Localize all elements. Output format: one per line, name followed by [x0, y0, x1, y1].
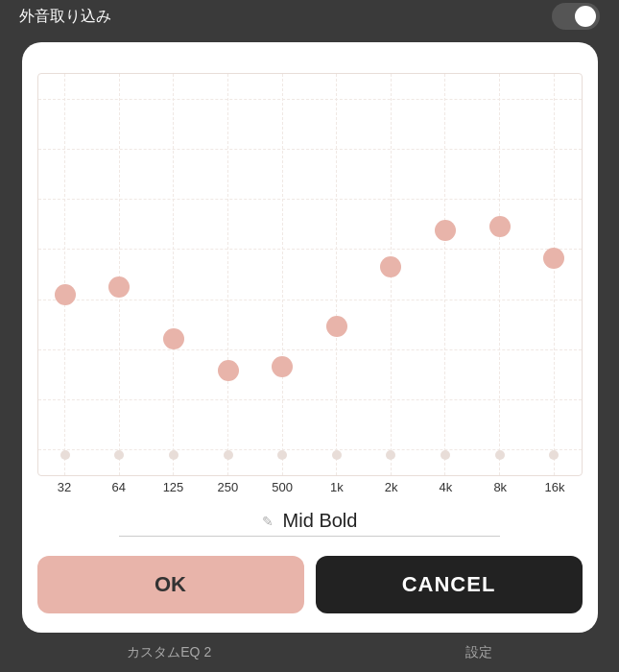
- grid-col: [227, 74, 228, 475]
- eq-bottom-dot: [114, 450, 124, 460]
- ambient-sound-toggle[interactable]: [552, 3, 600, 30]
- preset-name-text: Mid Bold: [283, 510, 358, 532]
- cancel-button[interactable]: CANCEL: [316, 556, 583, 613]
- grid-col: [173, 74, 174, 475]
- grid-col: [119, 74, 120, 475]
- chart-area[interactable]: [37, 73, 583, 476]
- grid-col: [64, 74, 65, 475]
- eq-dot[interactable]: [108, 276, 130, 298]
- freq-label: 4k: [426, 480, 464, 494]
- eq-bottom-dot: [60, 450, 70, 460]
- freq-label: 2k: [372, 480, 411, 494]
- eq-dot[interactable]: [163, 328, 184, 349]
- ok-button[interactable]: OK: [37, 556, 304, 613]
- grid-col: [336, 74, 337, 475]
- top-bar: 外音取り込み: [0, 0, 619, 33]
- eq-bottom-dot: [224, 450, 233, 460]
- buttons-row: OK CANCEL: [37, 556, 583, 613]
- eq-bottom-dot: [169, 450, 179, 460]
- eq-dot[interactable]: [218, 360, 239, 381]
- eq-bottom-dot: [549, 450, 559, 460]
- freq-label: 1k: [318, 480, 356, 494]
- freq-label: 16k: [536, 480, 574, 494]
- eq-dot[interactable]: [380, 256, 401, 277]
- top-bar-title: 外音取り込み: [19, 7, 111, 27]
- eq-bottom-dot: [277, 450, 287, 460]
- eq-bottom-dot: [440, 450, 450, 460]
- freq-label: 500: [263, 480, 301, 494]
- eq-bottom-dot: [386, 450, 395, 460]
- eq-bottom-dot: [332, 450, 342, 460]
- grid-col: [499, 74, 500, 475]
- eq-bottom-dot: [495, 450, 505, 460]
- eq-dot[interactable]: [543, 248, 564, 269]
- preset-name-field[interactable]: ✎ Mid Bold: [119, 510, 501, 537]
- grid-col: [282, 74, 283, 475]
- eq-dot[interactable]: [489, 216, 511, 237]
- eq-dot[interactable]: [326, 316, 347, 337]
- eq-modal: 32641252505001k2k4k8k16k ✎ Mid Bold OK C…: [22, 42, 598, 633]
- bottom-tab-settings[interactable]: 設定: [465, 644, 492, 661]
- freq-label: 250: [208, 480, 247, 494]
- grid-rows: [38, 74, 582, 475]
- modal-overlay: 32641252505001k2k4k8k16k ✎ Mid Bold OK C…: [0, 33, 619, 633]
- freq-label: 8k: [481, 480, 519, 494]
- freq-labels-row: 32641252505001k2k4k8k16k: [37, 476, 583, 494]
- eq-dot[interactable]: [272, 356, 293, 377]
- grid-cols: [38, 74, 582, 475]
- bottom-tab-custom-eq[interactable]: カスタムEQ 2: [127, 644, 211, 661]
- grid-col: [444, 74, 445, 475]
- eq-dot[interactable]: [55, 284, 76, 305]
- freq-label: 64: [100, 480, 138, 494]
- grid-col: [554, 74, 555, 475]
- bottom-bar: カスタムEQ 2 設定: [0, 633, 619, 672]
- freq-label: 32: [45, 480, 83, 494]
- eq-chart: 32641252505001k2k4k8k16k: [37, 65, 583, 494]
- edit-icon: ✎: [262, 514, 274, 529]
- eq-dot[interactable]: [435, 220, 456, 241]
- freq-label: 125: [154, 480, 192, 494]
